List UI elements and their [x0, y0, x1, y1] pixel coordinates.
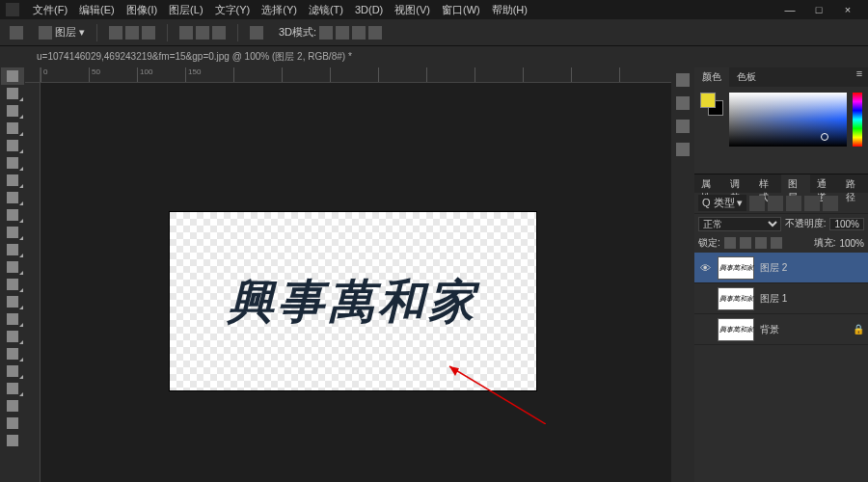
panel-menu-icon[interactable]: ≡ — [851, 67, 868, 87]
layer-name[interactable]: 图层 1 — [760, 292, 787, 306]
lock-position-icon[interactable] — [755, 237, 767, 249]
layer-thumbnail[interactable]: 興事萬和家 — [718, 256, 754, 280]
color-panel-tabs: 颜色 色板 ≡ — [694, 67, 868, 87]
lock-all-icon[interactable] — [771, 237, 782, 249]
move-tool[interactable] — [1, 67, 24, 85]
distribute-icon[interactable] — [179, 26, 193, 40]
tab-channels[interactable]: 通道 — [810, 174, 839, 193]
layer-row[interactable]: 興事萬和家 背景 🔒 — [694, 314, 868, 345]
tab-layers[interactable]: 图层 — [781, 174, 810, 193]
mode3d-icon[interactable] — [336, 26, 349, 40]
dodge-tool[interactable] — [1, 293, 24, 310]
opacity-label: 不透明度: — [785, 217, 827, 230]
filter-adjust-icon[interactable] — [768, 196, 783, 211]
minimize-button[interactable]: — — [775, 4, 804, 15]
tab-swatches[interactable]: 色板 — [729, 67, 764, 87]
menu-edit[interactable]: 编辑(E) — [73, 3, 121, 17]
layer-thumbnail[interactable]: 興事萬和家 — [718, 287, 754, 310]
document-tab[interactable]: u=1074146029,469243219&fm=15&gp=0.jpg @ … — [27, 50, 362, 64]
menu-view[interactable]: 视图(V) — [389, 3, 436, 17]
eyedropper-tool[interactable] — [1, 154, 24, 172]
shape-tool[interactable] — [1, 362, 24, 380]
more-icon[interactable] — [250, 26, 263, 40]
zoom-tool[interactable] — [1, 397, 24, 415]
align-icon[interactable] — [125, 26, 139, 40]
blur-tool[interactable] — [1, 276, 24, 293]
mode3d-icon[interactable] — [319, 26, 333, 40]
color-picker[interactable] — [729, 93, 847, 147]
mode3d-icon[interactable] — [368, 26, 382, 40]
lock-label: 锁定: — [698, 236, 720, 250]
layer-row[interactable]: 興事萬和家 图层 1 — [694, 283, 868, 314]
layer-name[interactable]: 背景 — [760, 323, 779, 336]
pen-tool[interactable] — [1, 310, 24, 328]
distribute-icon[interactable] — [196, 26, 209, 40]
ruler-vertical — [25, 83, 41, 482]
layers-list: 👁 興事萬和家 图层 2 興事萬和家 图层 1 興事萬和家 背景 🔒 — [694, 253, 868, 482]
layer-filter-type[interactable]: Q 类型 ▾ — [698, 195, 746, 211]
tab-color[interactable]: 颜色 — [694, 67, 729, 87]
layer-thumbnail[interactable]: 興事萬和家 — [718, 318, 754, 341]
blend-row: 正常 不透明度: 100% — [694, 214, 868, 233]
blend-mode-select[interactable]: 正常 — [698, 217, 781, 231]
filter-shape-icon[interactable] — [804, 196, 820, 211]
color-swap-icon[interactable] — [1, 415, 24, 432]
heal-tool[interactable] — [1, 172, 24, 189]
brush-tool[interactable] — [1, 189, 24, 206]
lock-transparency-icon[interactable] — [724, 237, 736, 249]
menu-file[interactable]: 文件(F) — [27, 3, 73, 17]
fill-value[interactable]: 100% — [839, 238, 864, 249]
canvas[interactable]: 興事萬和家 — [170, 212, 536, 390]
character-panel-icon[interactable] — [676, 96, 690, 110]
wand-tool[interactable] — [1, 120, 24, 137]
maximize-button[interactable]: □ — [804, 4, 833, 15]
menu-3d[interactable]: 3D(D) — [349, 4, 389, 15]
history-panel-icon[interactable] — [676, 73, 690, 87]
lasso-tool[interactable] — [1, 102, 24, 120]
actions-panel-icon[interactable] — [676, 143, 690, 156]
menu-bar: 文件(F) 编辑(E) 图像(I) 图层(L) 文字(Y) 选择(Y) 滤镜(T… — [0, 0, 868, 19]
type-tool[interactable] — [1, 328, 24, 345]
menu-layer[interactable]: 图层(L) — [163, 3, 208, 17]
visibility-toggle[interactable]: 👁 — [698, 262, 712, 274]
fg-bg-swatch[interactable] — [1, 432, 24, 449]
tab-adjustments[interactable]: 调整 — [723, 174, 752, 193]
menu-type[interactable]: 文字(Y) — [209, 3, 257, 17]
eraser-tool[interactable] — [1, 241, 24, 258]
menu-filter[interactable]: 滤镜(T) — [303, 3, 349, 17]
hue-slider[interactable] — [853, 93, 862, 147]
filter-type-icon[interactable] — [786, 196, 801, 211]
align-icon[interactable] — [109, 26, 122, 40]
paragraph-panel-icon[interactable] — [676, 120, 690, 133]
tab-styles[interactable]: 样式 — [752, 174, 781, 193]
mode3d-icon[interactable] — [352, 26, 366, 40]
align-icon[interactable] — [142, 26, 155, 40]
tab-paths[interactable]: 路径 — [839, 174, 868, 193]
app-logo-icon — [6, 3, 19, 16]
menu-help[interactable]: 帮助(H) — [486, 3, 533, 17]
layer-row[interactable]: 👁 興事萬和家 图层 2 — [694, 253, 868, 283]
ruler-horizontal: 050100150 — [41, 67, 671, 83]
gradient-tool[interactable] — [1, 258, 24, 276]
tab-properties[interactable]: 属性 — [694, 174, 723, 193]
fg-bg-colors[interactable] — [700, 93, 723, 116]
path-tool[interactable] — [1, 345, 24, 362]
crop-tool[interactable] — [1, 137, 24, 154]
layer-name[interactable]: 图层 2 — [760, 261, 787, 275]
hand-tool[interactable] — [1, 380, 24, 397]
auto-select-icon[interactable] — [39, 26, 52, 40]
lock-pixels-icon[interactable] — [740, 237, 751, 249]
close-button[interactable]: × — [833, 4, 862, 15]
menu-image[interactable]: 图像(I) — [121, 3, 163, 17]
marquee-tool[interactable] — [1, 85, 24, 102]
distribute-icon[interactable] — [212, 26, 226, 40]
menu-window[interactable]: 窗口(W) — [436, 3, 486, 17]
menu-select[interactable]: 选择(Y) — [256, 3, 303, 17]
document-tab-bar: u=1074146029,469243219&fm=15&gp=0.jpg @ … — [0, 46, 868, 67]
canvas-area[interactable]: 050100150 興事萬和家 — [25, 67, 671, 482]
filter-pixel-icon[interactable] — [749, 196, 765, 211]
opacity-value[interactable]: 100% — [829, 218, 864, 230]
history-brush-tool[interactable] — [1, 224, 24, 241]
filter-smart-icon[interactable] — [823, 196, 838, 211]
stamp-tool[interactable] — [1, 206, 24, 224]
